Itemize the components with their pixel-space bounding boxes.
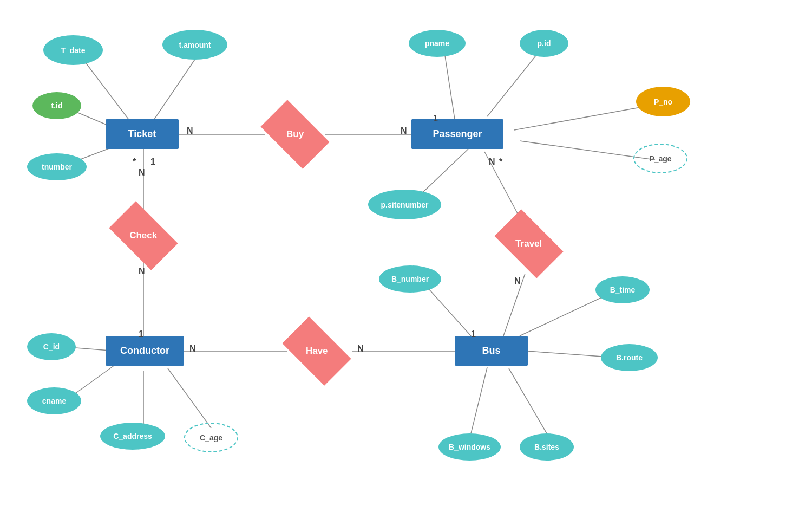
c-id-attr: C_id xyxy=(27,333,76,360)
card-travel-bus-n: N xyxy=(514,276,521,286)
card-passenger-travel-star: * xyxy=(499,157,502,167)
svg-line-8 xyxy=(514,106,650,130)
svg-line-1 xyxy=(154,51,200,119)
svg-line-20 xyxy=(520,295,606,336)
svg-line-23 xyxy=(509,368,547,433)
b-route-attr: B.route xyxy=(601,344,658,371)
ticket-entity: Ticket xyxy=(106,119,179,149)
cname-attr: cname xyxy=(27,387,81,414)
bus-entity: Bus xyxy=(455,336,528,366)
card-check-conductor-n: N xyxy=(139,267,145,276)
card-passenger-buy-1: 1 xyxy=(433,114,438,124)
p-id-attr: p.id xyxy=(520,30,568,57)
t-amount-attr: t.amount xyxy=(162,30,227,60)
passenger-entity: Passenger xyxy=(411,119,503,149)
card-ticket-check-star: * xyxy=(133,157,136,167)
svg-line-0 xyxy=(81,57,133,125)
pname-attr: pname xyxy=(409,30,466,57)
card-conductor-check-1: 1 xyxy=(139,329,143,339)
card-buy-passenger-n: N xyxy=(401,126,407,136)
svg-line-7 xyxy=(487,49,541,116)
card-ticket-buy-n: N xyxy=(187,126,193,136)
p-age-attr: P_age xyxy=(633,144,687,173)
card-check-ticket-1: 1 xyxy=(150,157,155,167)
buy-relation: Buy xyxy=(260,100,329,168)
p-no-attr: P_no xyxy=(636,87,690,116)
svg-line-16 xyxy=(168,368,211,428)
card-have-bus-n: N xyxy=(357,344,364,354)
check-relation: Check xyxy=(109,201,178,270)
p-sitenumber-attr: p.sitenumber xyxy=(368,190,441,219)
card-ticket-check-n: N xyxy=(139,168,145,178)
svg-line-22 xyxy=(471,367,487,433)
svg-line-19 xyxy=(422,282,471,336)
c-age-attr: C_age xyxy=(184,423,238,452)
t-date-attr: T_date xyxy=(43,35,103,65)
b-sites-attr: B.sites xyxy=(520,433,574,461)
t-id-attr: t.id xyxy=(32,92,81,119)
c-address-attr: C_address xyxy=(100,423,165,450)
card-passenger-travel-n: N xyxy=(489,157,495,167)
card-bus-travel-1: 1 xyxy=(471,329,476,339)
card-conductor-have-n: N xyxy=(189,344,196,354)
b-number-attr: B_number xyxy=(379,265,441,293)
tnumber-attr: tnumber xyxy=(27,153,87,180)
b-time-attr: B_time xyxy=(595,276,650,303)
b-windows-attr: B_windows xyxy=(438,433,501,461)
conductor-entity: Conductor xyxy=(106,336,184,366)
have-relation: Have xyxy=(282,316,351,385)
travel-relation: Travel xyxy=(494,209,563,278)
svg-line-6 xyxy=(444,49,455,119)
